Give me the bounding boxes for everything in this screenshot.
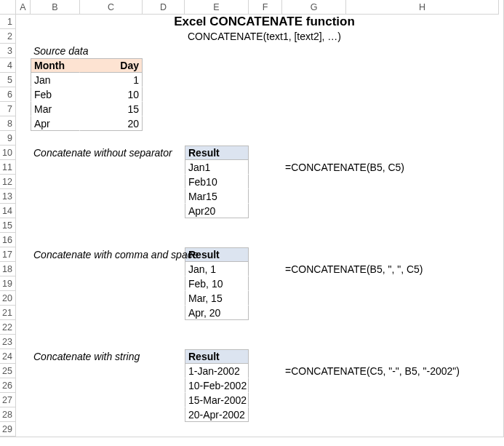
cell-D20[interactable] [143, 291, 185, 306]
row-header-29[interactable]: 29 [0, 422, 16, 437]
cell-H20[interactable] [346, 291, 499, 306]
cell-B26[interactable] [31, 378, 80, 393]
row-header-20[interactable]: 20 [0, 291, 16, 306]
cell-H19[interactable] [346, 276, 499, 291]
cell-F16[interactable] [249, 233, 282, 247]
cell-B22[interactable] [31, 320, 80, 335]
cell-A4[interactable] [16, 58, 31, 73]
result-cell[interactable]: Mar15 [185, 189, 249, 204]
cell-E5[interactable] [185, 73, 249, 87]
cell-G13[interactable] [282, 189, 346, 204]
result-cell[interactable]: 20-Apr-2002 [185, 407, 249, 422]
cell-F26[interactable] [249, 378, 282, 393]
cell-G12[interactable] [282, 175, 346, 189]
cell-C28[interactable] [80, 407, 143, 422]
cell-H15[interactable] [346, 218, 499, 233]
cell-D22[interactable] [143, 320, 185, 335]
cell-G21[interactable] [282, 306, 346, 320]
col-header-G[interactable]: G [282, 0, 346, 15]
cell-A25[interactable] [16, 364, 31, 378]
cell-D23[interactable] [143, 335, 185, 349]
row-header-19[interactable]: 19 [0, 276, 16, 291]
cell-E15[interactable] [185, 218, 249, 233]
cell-F19[interactable] [249, 276, 282, 291]
cell-C12[interactable] [80, 175, 143, 189]
cell-C15[interactable] [80, 218, 143, 233]
month-cell[interactable]: Mar [31, 102, 80, 116]
row-header-22[interactable]: 22 [0, 320, 16, 335]
cell-F28[interactable] [249, 407, 282, 422]
cell-H21[interactable] [346, 306, 499, 320]
col-header-C[interactable]: C [80, 0, 143, 15]
cell-A7[interactable] [16, 102, 31, 116]
day-cell[interactable]: 20 [80, 116, 143, 131]
cell-D14[interactable] [143, 204, 185, 218]
row-header-23[interactable]: 23 [0, 335, 16, 349]
month-cell[interactable]: Jan [31, 73, 80, 87]
cell-G7[interactable] [282, 102, 346, 116]
cell-A20[interactable] [16, 291, 31, 306]
cell-G15[interactable] [282, 218, 346, 233]
cell-F14[interactable] [249, 204, 282, 218]
cell-B19[interactable] [31, 276, 80, 291]
cell-B25[interactable] [31, 364, 80, 378]
cell-E9[interactable] [185, 131, 249, 146]
cell-F4[interactable] [249, 58, 282, 73]
cell-F27[interactable] [249, 393, 282, 407]
cell-G22[interactable] [282, 320, 346, 335]
result-cell[interactable]: Jan1 [185, 160, 249, 175]
cell-F29[interactable] [249, 422, 282, 437]
cell-F15[interactable] [249, 218, 282, 233]
cell-B11[interactable] [31, 160, 80, 175]
row-header-7[interactable]: 7 [0, 102, 16, 116]
cell-D12[interactable] [143, 175, 185, 189]
day-header[interactable]: Day [80, 58, 143, 73]
cell-A10[interactable] [16, 146, 31, 160]
cell-A23[interactable] [16, 335, 31, 349]
cell-D3[interactable] [143, 44, 185, 58]
cell-G28[interactable] [282, 407, 346, 422]
row-header-10[interactable]: 10 [0, 146, 16, 160]
cell-E4[interactable] [185, 58, 249, 73]
cell-B13[interactable] [31, 189, 80, 204]
cell-G27[interactable] [282, 393, 346, 407]
cell-A29[interactable] [16, 422, 31, 437]
month-cell[interactable]: Apr [31, 116, 80, 131]
cell-D25[interactable] [143, 364, 185, 378]
cell-G14[interactable] [282, 204, 346, 218]
row-header-4[interactable]: 4 [0, 58, 16, 73]
row-header-18[interactable]: 18 [0, 262, 16, 276]
cell-F24[interactable] [249, 349, 282, 364]
cell-H12[interactable] [346, 175, 499, 189]
cell-F10[interactable] [249, 146, 282, 160]
cell-D13[interactable] [143, 189, 185, 204]
result-cell[interactable]: 15-Mar-2002 [185, 393, 249, 407]
cell-F22[interactable] [249, 320, 282, 335]
cell-B29[interactable] [31, 422, 80, 437]
row-header-1[interactable]: 1 [0, 15, 16, 29]
cell-C13[interactable] [80, 189, 143, 204]
cell-H3[interactable] [346, 44, 499, 58]
cell-E22[interactable] [185, 320, 249, 335]
cell-D19[interactable] [143, 276, 185, 291]
cell-C18[interactable] [80, 262, 143, 276]
cell-F12[interactable] [249, 175, 282, 189]
day-cell[interactable]: 1 [80, 73, 143, 87]
cell-H24[interactable] [346, 349, 499, 364]
result-header[interactable]: Result [185, 146, 249, 160]
row-header-27[interactable]: 27 [0, 393, 16, 407]
cell-D15[interactable] [143, 218, 185, 233]
cell-C14[interactable] [80, 204, 143, 218]
cell-A16[interactable] [16, 233, 31, 247]
row-header-2[interactable]: 2 [0, 29, 16, 44]
col-header-F[interactable]: F [249, 0, 282, 15]
cell-C22[interactable] [80, 320, 143, 335]
cell-H14[interactable] [346, 204, 499, 218]
cell-A19[interactable] [16, 276, 31, 291]
cell-H23[interactable] [346, 335, 499, 349]
cell-G8[interactable] [282, 116, 346, 131]
cell-C29[interactable] [80, 422, 143, 437]
cell-B18[interactable] [31, 262, 80, 276]
row-header-15[interactable]: 15 [0, 218, 16, 233]
cell-G3[interactable] [282, 44, 346, 58]
